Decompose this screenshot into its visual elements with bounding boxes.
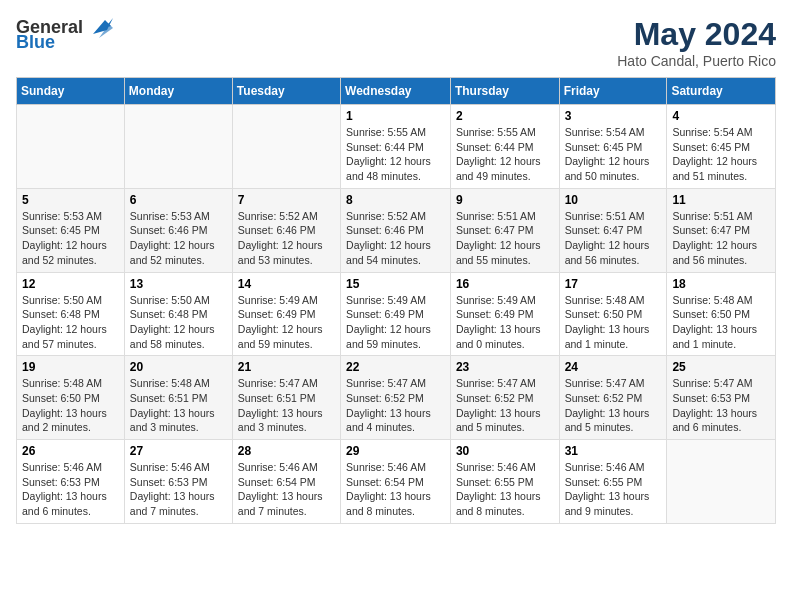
day-number: 8 [346, 193, 445, 207]
calendar-week-row: 19Sunrise: 5:48 AM Sunset: 6:50 PM Dayli… [17, 356, 776, 440]
calendar-cell: 9Sunrise: 5:51 AM Sunset: 6:47 PM Daylig… [450, 188, 559, 272]
calendar-cell: 2Sunrise: 5:55 AM Sunset: 6:44 PM Daylig… [450, 105, 559, 189]
weekday-header: Monday [124, 78, 232, 105]
day-number: 12 [22, 277, 119, 291]
day-number: 19 [22, 360, 119, 374]
day-info: Sunrise: 5:54 AM Sunset: 6:45 PM Dayligh… [565, 125, 662, 184]
calendar-cell: 4Sunrise: 5:54 AM Sunset: 6:45 PM Daylig… [667, 105, 776, 189]
day-number: 30 [456, 444, 554, 458]
day-number: 2 [456, 109, 554, 123]
weekday-header: Friday [559, 78, 667, 105]
day-info: Sunrise: 5:50 AM Sunset: 6:48 PM Dayligh… [22, 293, 119, 352]
day-info: Sunrise: 5:52 AM Sunset: 6:46 PM Dayligh… [346, 209, 445, 268]
page-header: General Blue May 2024 Hato Candal, Puert… [16, 16, 776, 69]
day-number: 23 [456, 360, 554, 374]
calendar-cell: 15Sunrise: 5:49 AM Sunset: 6:49 PM Dayli… [341, 272, 451, 356]
calendar-cell: 5Sunrise: 5:53 AM Sunset: 6:45 PM Daylig… [17, 188, 125, 272]
day-number: 22 [346, 360, 445, 374]
day-number: 18 [672, 277, 770, 291]
day-number: 16 [456, 277, 554, 291]
day-number: 5 [22, 193, 119, 207]
day-number: 31 [565, 444, 662, 458]
day-number: 7 [238, 193, 335, 207]
day-info: Sunrise: 5:53 AM Sunset: 6:45 PM Dayligh… [22, 209, 119, 268]
calendar-cell: 12Sunrise: 5:50 AM Sunset: 6:48 PM Dayli… [17, 272, 125, 356]
calendar-cell: 8Sunrise: 5:52 AM Sunset: 6:46 PM Daylig… [341, 188, 451, 272]
calendar-cell: 20Sunrise: 5:48 AM Sunset: 6:51 PM Dayli… [124, 356, 232, 440]
day-number: 21 [238, 360, 335, 374]
weekday-header: Thursday [450, 78, 559, 105]
calendar-cell: 24Sunrise: 5:47 AM Sunset: 6:52 PM Dayli… [559, 356, 667, 440]
weekday-header-row: SundayMondayTuesdayWednesdayThursdayFrid… [17, 78, 776, 105]
calendar-cell [124, 105, 232, 189]
day-info: Sunrise: 5:47 AM Sunset: 6:53 PM Dayligh… [672, 376, 770, 435]
calendar-cell: 21Sunrise: 5:47 AM Sunset: 6:51 PM Dayli… [232, 356, 340, 440]
calendar-cell: 3Sunrise: 5:54 AM Sunset: 6:45 PM Daylig… [559, 105, 667, 189]
calendar-cell: 26Sunrise: 5:46 AM Sunset: 6:53 PM Dayli… [17, 440, 125, 524]
weekday-header: Sunday [17, 78, 125, 105]
calendar-cell [667, 440, 776, 524]
day-info: Sunrise: 5:51 AM Sunset: 6:47 PM Dayligh… [565, 209, 662, 268]
day-info: Sunrise: 5:54 AM Sunset: 6:45 PM Dayligh… [672, 125, 770, 184]
weekday-header: Wednesday [341, 78, 451, 105]
day-info: Sunrise: 5:48 AM Sunset: 6:51 PM Dayligh… [130, 376, 227, 435]
title-area: May 2024 Hato Candal, Puerto Rico [617, 16, 776, 69]
day-number: 15 [346, 277, 445, 291]
day-info: Sunrise: 5:48 AM Sunset: 6:50 PM Dayligh… [672, 293, 770, 352]
day-number: 3 [565, 109, 662, 123]
calendar-cell: 29Sunrise: 5:46 AM Sunset: 6:54 PM Dayli… [341, 440, 451, 524]
day-number: 14 [238, 277, 335, 291]
day-info: Sunrise: 5:46 AM Sunset: 6:53 PM Dayligh… [130, 460, 227, 519]
day-number: 27 [130, 444, 227, 458]
calendar-cell: 31Sunrise: 5:46 AM Sunset: 6:55 PM Dayli… [559, 440, 667, 524]
day-info: Sunrise: 5:46 AM Sunset: 6:55 PM Dayligh… [456, 460, 554, 519]
day-number: 10 [565, 193, 662, 207]
day-info: Sunrise: 5:48 AM Sunset: 6:50 PM Dayligh… [22, 376, 119, 435]
day-info: Sunrise: 5:46 AM Sunset: 6:53 PM Dayligh… [22, 460, 119, 519]
day-info: Sunrise: 5:49 AM Sunset: 6:49 PM Dayligh… [456, 293, 554, 352]
calendar-cell: 17Sunrise: 5:48 AM Sunset: 6:50 PM Dayli… [559, 272, 667, 356]
day-number: 11 [672, 193, 770, 207]
day-number: 6 [130, 193, 227, 207]
day-info: Sunrise: 5:47 AM Sunset: 6:52 PM Dayligh… [456, 376, 554, 435]
day-info: Sunrise: 5:48 AM Sunset: 6:50 PM Dayligh… [565, 293, 662, 352]
day-info: Sunrise: 5:47 AM Sunset: 6:52 PM Dayligh… [565, 376, 662, 435]
calendar-cell: 1Sunrise: 5:55 AM Sunset: 6:44 PM Daylig… [341, 105, 451, 189]
calendar-cell: 30Sunrise: 5:46 AM Sunset: 6:55 PM Dayli… [450, 440, 559, 524]
day-number: 9 [456, 193, 554, 207]
calendar-cell: 25Sunrise: 5:47 AM Sunset: 6:53 PM Dayli… [667, 356, 776, 440]
day-info: Sunrise: 5:51 AM Sunset: 6:47 PM Dayligh… [456, 209, 554, 268]
logo: General Blue [16, 16, 113, 53]
day-info: Sunrise: 5:47 AM Sunset: 6:52 PM Dayligh… [346, 376, 445, 435]
calendar-cell: 16Sunrise: 5:49 AM Sunset: 6:49 PM Dayli… [450, 272, 559, 356]
day-info: Sunrise: 5:47 AM Sunset: 6:51 PM Dayligh… [238, 376, 335, 435]
day-number: 25 [672, 360, 770, 374]
calendar-cell: 11Sunrise: 5:51 AM Sunset: 6:47 PM Dayli… [667, 188, 776, 272]
day-number: 17 [565, 277, 662, 291]
logo-bird-icon [85, 16, 113, 38]
calendar-cell: 28Sunrise: 5:46 AM Sunset: 6:54 PM Dayli… [232, 440, 340, 524]
weekday-header: Saturday [667, 78, 776, 105]
day-info: Sunrise: 5:52 AM Sunset: 6:46 PM Dayligh… [238, 209, 335, 268]
location-title: Hato Candal, Puerto Rico [617, 53, 776, 69]
calendar-cell [232, 105, 340, 189]
calendar-cell: 22Sunrise: 5:47 AM Sunset: 6:52 PM Dayli… [341, 356, 451, 440]
day-number: 1 [346, 109, 445, 123]
day-number: 20 [130, 360, 227, 374]
calendar-cell: 14Sunrise: 5:49 AM Sunset: 6:49 PM Dayli… [232, 272, 340, 356]
weekday-header: Tuesday [232, 78, 340, 105]
day-number: 28 [238, 444, 335, 458]
day-info: Sunrise: 5:49 AM Sunset: 6:49 PM Dayligh… [346, 293, 445, 352]
day-number: 24 [565, 360, 662, 374]
day-info: Sunrise: 5:51 AM Sunset: 6:47 PM Dayligh… [672, 209, 770, 268]
calendar-week-row: 26Sunrise: 5:46 AM Sunset: 6:53 PM Dayli… [17, 440, 776, 524]
calendar-table: SundayMondayTuesdayWednesdayThursdayFrid… [16, 77, 776, 524]
month-title: May 2024 [617, 16, 776, 53]
logo-blue: Blue [16, 32, 55, 53]
day-number: 4 [672, 109, 770, 123]
calendar-cell: 10Sunrise: 5:51 AM Sunset: 6:47 PM Dayli… [559, 188, 667, 272]
calendar-cell: 19Sunrise: 5:48 AM Sunset: 6:50 PM Dayli… [17, 356, 125, 440]
calendar-week-row: 12Sunrise: 5:50 AM Sunset: 6:48 PM Dayli… [17, 272, 776, 356]
day-info: Sunrise: 5:55 AM Sunset: 6:44 PM Dayligh… [456, 125, 554, 184]
calendar-cell: 13Sunrise: 5:50 AM Sunset: 6:48 PM Dayli… [124, 272, 232, 356]
